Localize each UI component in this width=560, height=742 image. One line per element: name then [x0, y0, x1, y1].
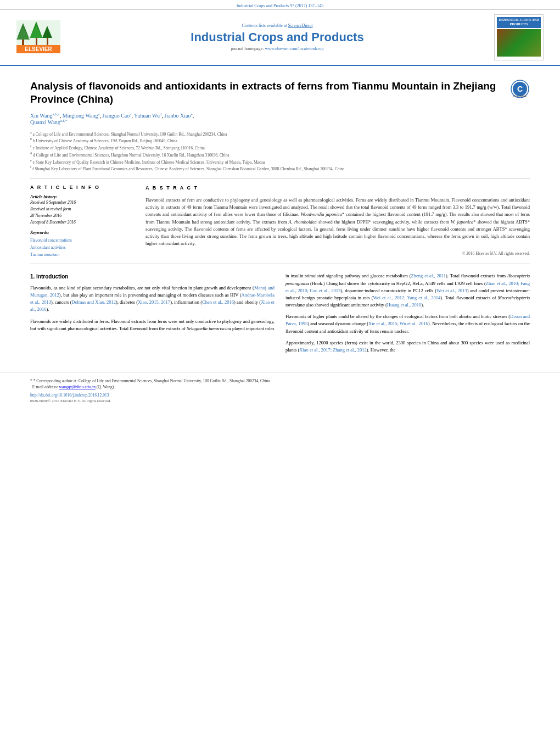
body-left-col: 1. Introduction Flavonoids, as one kind …: [30, 272, 275, 358]
svg-text:CrossMark: CrossMark: [513, 94, 527, 98]
history-title: Article history:: [30, 194, 135, 199]
issn-line: 0926-6690/© 2016 Elsevier B.V. All right…: [30, 399, 530, 403]
affiliation-d: d d College of Life and Environmental Sc…: [30, 151, 530, 158]
ref-zhao-2010[interactable]: Zhao et al., 2010; Fang et al., 2010; Ca…: [285, 281, 530, 293]
article-history: Article history: Received 9 September 20…: [30, 194, 135, 226]
author-jianguo-cao[interactable]: Jianguo Cao: [103, 113, 130, 119]
article-info-title: A R T I C L E I N F O: [30, 185, 135, 190]
keyword-2: Antioxidant activities: [30, 244, 135, 252]
body-content: 1. Introduction Flavonoids, as one kind …: [30, 272, 530, 358]
ref-wei-2013[interactable]: Wei et al., 2013: [436, 288, 467, 293]
abstract-section: A B S T R A C T Flavonoid extracts of fe…: [145, 185, 530, 258]
journal-ref: Industrial Crops and Products 97 (2017) …: [237, 3, 324, 8]
affiliation-a: a a College of Life and Environmental Sc…: [30, 130, 530, 137]
received-date: Received 9 September 2016: [30, 199, 135, 206]
ref-delmas-2012[interactable]: Delmas and Xiao, 2012: [72, 299, 116, 305]
body-right-col: in insulin-stimulated signaling pathway …: [285, 272, 530, 358]
email-link[interactable]: wangqx@shnu.edu.cn: [59, 384, 96, 389]
contents-available: Contents lists available at ScienceDirec…: [60, 23, 494, 28]
copyright: © 2016 Elsevier B.V. All rights reserved…: [145, 250, 530, 257]
affiliation-f: f f Shanghai Key Laboratory of Plant Fun…: [30, 165, 530, 172]
section1-title: 1. Introduction: [30, 272, 275, 281]
homepage-url[interactable]: www.elsevier.com/locate/indcrop: [265, 46, 323, 51]
authors: Xin Wanga,b,c, Minglong Wanga, Jianguo C…: [30, 112, 530, 126]
ref-xiao-2015[interactable]: Xiao, 2015, 2017: [138, 299, 170, 305]
ref-wei-2012[interactable]: Wei et al., 2012; Yang et al., 2014: [373, 295, 441, 300]
divider-2: [30, 264, 530, 264]
journal-homepage: journal homepage: www.elsevier.com/locat…: [60, 46, 494, 51]
author-xin-wang[interactable]: Xin Wang: [30, 113, 52, 119]
ref-zheng-2011[interactable]: Zheng et al., 2011: [411, 273, 446, 278]
affiliations: a a College of Life and Environmental Sc…: [30, 130, 530, 172]
journal-header: ELSEVIER Contents lists available at Sci…: [0, 10, 560, 66]
journal-logo-img: [497, 29, 541, 57]
doi-link[interactable]: http://dx.doi.org/10.1016/j.indcrop.2016…: [30, 393, 530, 398]
article-content: Analysis of flavonoids and antioxidants …: [0, 66, 560, 367]
crossmark-logo: C CrossMark: [511, 80, 530, 99]
svg-text:C: C: [517, 85, 523, 93]
received-revised: Received in revised form28 November 2016: [30, 206, 135, 219]
ref-huang-2010[interactable]: Huang et al., 2010: [387, 302, 422, 308]
corresponding-note: * * Corresponding author at: College of …: [30, 378, 530, 390]
keywords-title: Keywords:: [30, 230, 135, 235]
journal-center: Contents lists available at ScienceDirec…: [60, 23, 494, 51]
logo-top-label: INDUSTRIAL CROPS AND PRODUCTS: [497, 17, 541, 28]
affiliation-c: c c Institute of Applied Ecology, Chines…: [30, 144, 530, 151]
science-direct-link[interactable]: ScienceDirect: [288, 23, 313, 28]
top-bar: Industrial Crops and Products 97 (2017) …: [0, 0, 560, 10]
elsevier-logo: ELSEVIER: [16, 20, 60, 54]
article-info: A R T I C L E I N F O Article history: R…: [30, 185, 135, 258]
body-para-1: Flavonoids, as one kind of plant seconda…: [30, 284, 275, 314]
page-wrapper: Industrial Crops and Products 97 (2017) …: [0, 0, 560, 409]
body-para-4: Flavonoids of higher plants could be alt…: [285, 313, 530, 335]
article-title-section: Analysis of flavonoids and antioxidants …: [30, 80, 530, 107]
ref-xie-2015[interactable]: Xie et al., 2015; Wu et al., 2016: [368, 321, 428, 326]
ref-manoj-2012[interactable]: Manoj and Murugan, 2012: [30, 285, 275, 298]
journal-logo-box: INDUSTRIAL CROPS AND PRODUCTS: [494, 14, 544, 60]
abstract-title: A B S T R A C T: [145, 185, 530, 192]
article-footer: * * Corresponding author at: College of …: [0, 372, 560, 409]
divider-1: [30, 178, 530, 179]
body-para-2: Flavonoids are widely distributed in fer…: [30, 318, 275, 332]
body-para-5: Approximately, 12000 species (ferns) exi…: [285, 339, 530, 354]
author-quanxi-wang[interactable]: Quanxi Wang: [30, 120, 60, 126]
article-info-abstract: A R T I C L E I N F O Article history: R…: [30, 185, 530, 258]
keyword-1: Flavonoid concentrations: [30, 237, 135, 244]
author-yuhuan-wu[interactable]: Yuhuan Wu: [134, 113, 160, 119]
affiliation-b: b b University of Chinese Academy of Sci…: [30, 137, 530, 144]
author-jianbo-xiao[interactable]: Jianbo Xiao: [164, 113, 191, 119]
abstract-text: Flavonoid extracts of fern are conductiv…: [145, 197, 530, 247]
svg-text:ELSEVIER: ELSEVIER: [25, 46, 52, 52]
accepted-date: Accepted 8 December 2016: [30, 219, 135, 226]
article-title: Analysis of flavonoids and antioxidants …: [30, 80, 505, 107]
affiliation-e: e e State Key Laboratory of Quality Rese…: [30, 158, 530, 165]
keyword-3: Tianmu mountain: [30, 252, 135, 259]
ref-xiao-2017[interactable]: Xiao et al., 2017; Zhang et al., 2012: [299, 347, 367, 353]
author-minglong-wang[interactable]: Minglong Wang: [63, 113, 98, 119]
body-para-3: in insulin-stimulated signaling pathway …: [285, 272, 530, 309]
keywords-section: Keywords: Flavonoid concentrations Antio…: [30, 230, 135, 258]
journal-title: Industrial Crops and Products: [60, 30, 494, 44]
ref-chen-2016[interactable]: Chen et al., 2016: [202, 299, 234, 305]
